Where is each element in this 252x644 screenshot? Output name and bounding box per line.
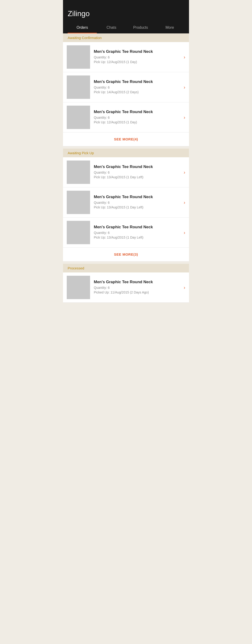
app-header: Zilingo Orders Chats Products More bbox=[63, 0, 189, 34]
chevron-right-icon: › bbox=[184, 285, 185, 290]
order-pickup: Pick Up: 12/Aug/2015 (1 Day) bbox=[94, 60, 182, 64]
order-item[interactable]: Men's Graphic Tee Round Neck Quantity: 6… bbox=[63, 72, 189, 102]
order-title: Men's Graphic Tee Round Neck bbox=[94, 195, 182, 199]
app-title: Zilingo bbox=[68, 9, 184, 22]
section-header-awaiting-pickup: Awaiting Pick Up bbox=[63, 148, 189, 157]
order-quantity: Quantity: 6 bbox=[94, 231, 182, 234]
section-processed: Processed Men's Graphic Tee Round Neck Q… bbox=[63, 264, 189, 302]
order-quantity: Quantity: 6 bbox=[94, 201, 182, 204]
section-gap bbox=[63, 262, 189, 264]
order-quantity: Quantity: 6 bbox=[94, 56, 182, 59]
order-info: Men's Graphic Tee Round Neck Quantity: 6… bbox=[94, 49, 182, 65]
product-thumbnail bbox=[67, 191, 90, 214]
order-info: Men's Graphic Tee Round Neck Quantity: 6… bbox=[94, 225, 182, 240]
tab-chats[interactable]: Chats bbox=[97, 22, 126, 34]
nav-tabs: Orders Chats Products More bbox=[68, 22, 184, 34]
order-info: Men's Graphic Tee Round Neck Quantity: 6… bbox=[94, 80, 182, 95]
tab-orders[interactable]: Orders bbox=[68, 22, 97, 34]
section-awaiting-confirmation: Awaiting Confirmation Men's Graphic Tee … bbox=[63, 34, 189, 146]
section-header-awaiting-confirmation: Awaiting Confirmation bbox=[63, 34, 189, 42]
order-info: Men's Graphic Tee Round Neck Quantity: 6… bbox=[94, 110, 182, 125]
order-quantity: Quantity: 6 bbox=[94, 86, 182, 89]
order-pickup: Pick Up: 13/Aug/2015 (1 Day Left) bbox=[94, 175, 182, 179]
order-info: Men's Graphic Tee Round Neck Quantity: 6… bbox=[94, 280, 182, 295]
section-gap bbox=[63, 146, 189, 148]
order-quantity: Quantity: 6 bbox=[94, 286, 182, 290]
product-thumbnail bbox=[67, 221, 90, 244]
product-thumbnail bbox=[67, 106, 90, 129]
section-awaiting-pickup: Awaiting Pick Up Men's Graphic Tee Round… bbox=[63, 148, 189, 262]
order-pickup: Pick Up: 12/Aug/2015 (1 Day) bbox=[94, 120, 182, 124]
tab-products[interactable]: Products bbox=[126, 22, 155, 34]
order-quantity: Quantity: 6 bbox=[94, 116, 182, 120]
order-item[interactable]: Men's Graphic Tee Round Neck Quantity: 6… bbox=[63, 42, 189, 72]
product-thumbnail bbox=[67, 276, 90, 299]
chevron-right-icon: › bbox=[184, 170, 185, 175]
product-thumbnail bbox=[67, 160, 90, 184]
order-item[interactable]: Men's Graphic Tee Round Neck Quantity: 6… bbox=[63, 272, 189, 302]
chevron-right-icon: › bbox=[184, 200, 185, 205]
order-pickup: Pick Up: 13/Aug/2015 (1 Day Left) bbox=[94, 236, 182, 239]
order-quantity: Quantity: 6 bbox=[94, 170, 182, 174]
order-title: Men's Graphic Tee Round Neck bbox=[94, 225, 182, 230]
order-item[interactable]: Men's Graphic Tee Round Neck Quantity: 6… bbox=[63, 157, 189, 188]
product-thumbnail bbox=[67, 45, 90, 69]
chevron-right-icon: › bbox=[184, 230, 185, 235]
order-info: Men's Graphic Tee Round Neck Quantity: 6… bbox=[94, 164, 182, 180]
see-more-label: SEE MORE(3) bbox=[114, 252, 138, 256]
order-pickup: Pick Up: 13/Aug/2015 (1 Day Left) bbox=[94, 206, 182, 209]
chevron-right-icon: › bbox=[184, 84, 185, 90]
see-more-label: SEE MORE(4) bbox=[114, 137, 138, 141]
chevron-right-icon: › bbox=[184, 115, 185, 120]
tab-more[interactable]: More bbox=[155, 22, 184, 34]
order-pickup: Picked Up: 11/Aug/2015 (2 Days Ago) bbox=[94, 290, 182, 294]
order-info: Men's Graphic Tee Round Neck Quantity: 6… bbox=[94, 195, 182, 210]
product-thumbnail bbox=[67, 76, 90, 99]
order-title: Men's Graphic Tee Round Neck bbox=[94, 49, 182, 54]
order-item[interactable]: Men's Graphic Tee Round Neck Quantity: 6… bbox=[63, 102, 189, 132]
section-header-processed: Processed bbox=[63, 264, 189, 272]
order-title: Men's Graphic Tee Round Neck bbox=[94, 80, 182, 84]
chevron-right-icon: › bbox=[184, 54, 185, 60]
order-pickup: Pick Up: 14/Aug/2015 (2 Days) bbox=[94, 90, 182, 94]
see-more-awaiting-pickup[interactable]: SEE MORE(3) bbox=[63, 248, 189, 262]
see-more-awaiting-confirmation[interactable]: SEE MORE(4) bbox=[63, 132, 189, 146]
order-title: Men's Graphic Tee Round Neck bbox=[94, 164, 182, 169]
order-title: Men's Graphic Tee Round Neck bbox=[94, 280, 182, 284]
order-item[interactable]: Men's Graphic Tee Round Neck Quantity: 6… bbox=[63, 218, 189, 248]
order-item[interactable]: Men's Graphic Tee Round Neck Quantity: 6… bbox=[63, 188, 189, 218]
order-title: Men's Graphic Tee Round Neck bbox=[94, 110, 182, 114]
